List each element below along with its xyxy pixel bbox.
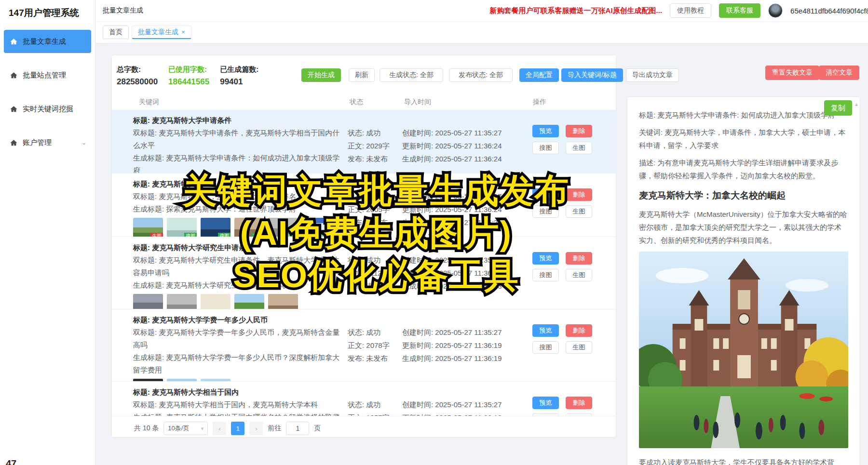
generate-image-button[interactable]: 生图 bbox=[566, 341, 592, 354]
delete-button[interactable]: 删除 bbox=[566, 188, 592, 201]
time-cell: 创建时间: 2025-05-27 11:35:27 更新时间: 2025-05-… bbox=[402, 190, 506, 229]
time-cell: 创建时间: 2025-05-27 11:35:27 更新时间: 2025-05-… bbox=[402, 398, 506, 416]
refresh-button[interactable]: 刷新 bbox=[349, 68, 375, 82]
article-row[interactable]: 标题: 麦克马斯特大学学费一年多少人民币 双标题: 麦克马斯特大学学费一年多少人… bbox=[112, 309, 616, 382]
prev-page-button[interactable]: ‹ bbox=[213, 422, 226, 435]
article-row[interactable]: 标题: 麦克马斯特大学相当于国内 双标题: 麦克马斯特大学相当于国内，麦克马斯特… bbox=[112, 382, 616, 416]
article-row[interactable]: 标题: 麦克马斯特大学 双标题: 麦克马斯特大学，麦克马斯特大学世界排名 生成标… bbox=[112, 173, 616, 237]
generate-status-filter[interactable]: 生成状态: 全部 bbox=[380, 68, 443, 82]
article-title: 标题: 麦克马斯特大学申请条件 bbox=[133, 114, 345, 127]
delete-button[interactable]: 删除 bbox=[566, 324, 592, 337]
thumbnail-strip: 生图搜图搜图搜图搜图 bbox=[133, 294, 345, 309]
main-content: 开始生成 刷新 生成状态: 全部 发布状态: 全部 全局配置 导入关键词/标题 … bbox=[95, 43, 868, 465]
preview-description: 描述: 为有意申请麦克马斯特大学的学生详细讲解申请要求及步骤，帮助你轻松掌握入学… bbox=[639, 156, 848, 182]
home-icon bbox=[10, 71, 18, 80]
searched-image-badge: 搜图 bbox=[218, 233, 231, 237]
reset-failed-button[interactable]: 重置失败文章 bbox=[765, 66, 819, 80]
thumbnail-strip: 生图搜图搜图搜图搜图搜图 bbox=[133, 218, 345, 237]
article-thumbnail[interactable]: 搜图 bbox=[268, 218, 298, 237]
generate-image-button[interactable]: 生图 bbox=[566, 269, 592, 281]
export-success-button[interactable]: 导出成功文章 bbox=[626, 68, 679, 82]
generate-image-button[interactable]: 生图 bbox=[566, 205, 592, 218]
home-icon bbox=[10, 38, 18, 46]
article-thumbnail[interactable]: 搜图 bbox=[201, 294, 231, 309]
tab-home[interactable]: 首页 bbox=[103, 26, 129, 39]
search-image-button[interactable]: 搜图 bbox=[532, 269, 559, 281]
contact-support-button[interactable]: 联系客服 bbox=[719, 3, 760, 18]
generate-image-button[interactable]: 生图 bbox=[566, 142, 592, 154]
sidebar-item-batch-site[interactable]: 批量站点管理 bbox=[4, 64, 91, 87]
article-thumbnail[interactable]: 搜图 bbox=[201, 218, 231, 237]
status-cell: 状态: 成功 正文: 2005字 发布: 未发布 bbox=[348, 190, 402, 229]
tab-batch-article[interactable]: 批量文章生成 × bbox=[132, 26, 191, 39]
article-generated-title: 生成标题: 探索麦克马斯特大学：通往世界顶级学府 bbox=[133, 203, 345, 215]
sidebar-menu: 批量文章生成 批量站点管理 实时关键词挖掘 账户管理 ⌄ bbox=[0, 30, 95, 154]
article-thumbnail[interactable]: 搜图 bbox=[234, 294, 264, 309]
article-thumbnail[interactable]: 搜图 bbox=[302, 218, 332, 237]
stats-bar: 总字数: 282580000 已使用字数: 186441565 已生成篇数: 9… bbox=[117, 65, 258, 87]
sidebar-item-label: 批量站点管理 bbox=[23, 71, 66, 80]
actions-cell: 预览 删除 搜图 生图 bbox=[532, 252, 596, 281]
stat-used-words: 已使用字数: 186441565 bbox=[168, 65, 209, 87]
sidebar-item-keyword-mining[interactable]: 实时关键词挖掘 bbox=[4, 97, 91, 120]
search-image-button[interactable]: 搜图 bbox=[532, 413, 559, 416]
goto-label: 前往 bbox=[268, 424, 281, 433]
generate-image-button[interactable]: 生图 bbox=[566, 413, 592, 416]
preview-button[interactable]: 预览 bbox=[532, 252, 559, 265]
top-navbar: 批量文章生成 新购套餐用户可联系客服赠送一万张AI原创生成配图... 使用教程 … bbox=[95, 0, 868, 22]
status-cell: 状态: 成功 正文: 2112字 发布: 未发布 bbox=[348, 253, 402, 292]
article-thumbnail[interactable]: 生图 bbox=[133, 218, 163, 237]
preview-button[interactable]: 预览 bbox=[532, 324, 559, 337]
preview-button[interactable]: 预览 bbox=[532, 125, 559, 137]
user-id[interactable]: 65e4811dfb644f690f4cf8 bbox=[790, 7, 868, 15]
import-keywords-button[interactable]: 导入关键词/标题 bbox=[561, 68, 623, 82]
sidebar-item-account[interactable]: 账户管理 ⌄ bbox=[4, 131, 91, 154]
close-icon[interactable]: × bbox=[181, 28, 185, 36]
pagination-total: 共 10 条 bbox=[134, 424, 159, 433]
stat-total-words: 总字数: 282580000 bbox=[117, 65, 158, 87]
avatar[interactable] bbox=[768, 3, 783, 18]
article-thumbnail[interactable]: 搜图 bbox=[234, 218, 264, 237]
copy-button[interactable]: 复制 bbox=[824, 100, 852, 116]
article-thumbnail[interactable]: 搜图 bbox=[167, 294, 197, 309]
tab-bar: 首页 批量文章生成 × bbox=[95, 22, 868, 43]
time-cell: 创建时间: 2025-05-27 11:35:27 更新时间: 2025-05-… bbox=[402, 126, 506, 165]
page-number[interactable]: 1 bbox=[231, 422, 244, 435]
global-config-button[interactable]: 全局配置 bbox=[519, 68, 559, 82]
tutorial-button[interactable]: 使用教程 bbox=[670, 3, 711, 18]
home-icon bbox=[10, 139, 18, 147]
chevron-down-icon: ⌄ bbox=[81, 139, 86, 146]
page-size-select[interactable]: 10条/页 ▾ bbox=[163, 422, 208, 435]
search-image-button[interactable]: 搜图 bbox=[532, 205, 559, 218]
article-double-title: 双标题: 麦克马斯特大学相当于国内，麦克马斯特大学本科 bbox=[133, 399, 345, 411]
delete-button[interactable]: 删除 bbox=[566, 125, 592, 137]
start-generate-button[interactable]: 开始生成 bbox=[301, 68, 341, 82]
article-table-card: 总字数: 282580000 已使用字数: 186441565 已生成篇数: 9… bbox=[112, 55, 616, 437]
scroll-up-icon[interactable]: ▲ bbox=[854, 98, 859, 111]
article-row[interactable]: 标题: 麦克马斯特大学申请条件 双标题: 麦克马斯特大学申请条件，麦克马斯特大学… bbox=[112, 110, 616, 173]
preview-button[interactable]: 预览 bbox=[532, 188, 559, 201]
search-image-button[interactable]: 搜图 bbox=[532, 341, 559, 354]
delete-button[interactable]: 删除 bbox=[566, 252, 592, 265]
article-generated-title: 生成标题: 麦克马斯特大学研究生申请条件全解析 bbox=[133, 279, 345, 292]
next-page-button[interactable]: › bbox=[249, 422, 263, 435]
article-row[interactable]: 标题: 麦克马斯特大学研究生申请条件 双标题: 麦克马斯特大学研究生申请条件，麦… bbox=[112, 237, 616, 309]
article-double-title: 双标题: 麦克马斯特大学申请条件，麦克马斯特大学相当于国内什么水平 bbox=[133, 127, 345, 152]
sidebar-item-batch-article[interactable]: 批量文章生成 bbox=[4, 30, 91, 53]
preview-title: 标题: 麦克马斯特大学申请条件: 如何成功进入加拿大顶级学府 bbox=[639, 108, 848, 121]
clear-articles-button[interactable]: 清空文章 bbox=[819, 66, 859, 80]
home-icon bbox=[10, 105, 18, 113]
goto-page-input[interactable] bbox=[286, 422, 309, 435]
article-thumbnail[interactable]: 搜图 bbox=[167, 218, 197, 237]
sidebar-item-label: 账户管理 bbox=[23, 138, 52, 147]
article-thumbnail[interactable]: 生图 bbox=[133, 294, 163, 309]
announcement-text[interactable]: 新购套餐用户可联系客服赠送一万张AI原创生成配图... bbox=[490, 6, 663, 15]
searched-image-badge: 搜图 bbox=[285, 233, 298, 237]
article-thumbnail[interactable]: 搜图 bbox=[268, 294, 298, 309]
publish-status-filter[interactable]: 发布状态: 全部 bbox=[449, 68, 513, 82]
preview-button[interactable]: 预览 bbox=[532, 397, 559, 409]
search-image-button[interactable]: 搜图 bbox=[532, 142, 559, 154]
page-unit-label: 页 bbox=[314, 424, 321, 433]
article-generated-title: 生成标题: 麦克马斯特大学相当于国内哪些名校？留学选择的隐藏宝藏 bbox=[133, 411, 345, 416]
delete-button[interactable]: 删除 bbox=[566, 397, 592, 409]
